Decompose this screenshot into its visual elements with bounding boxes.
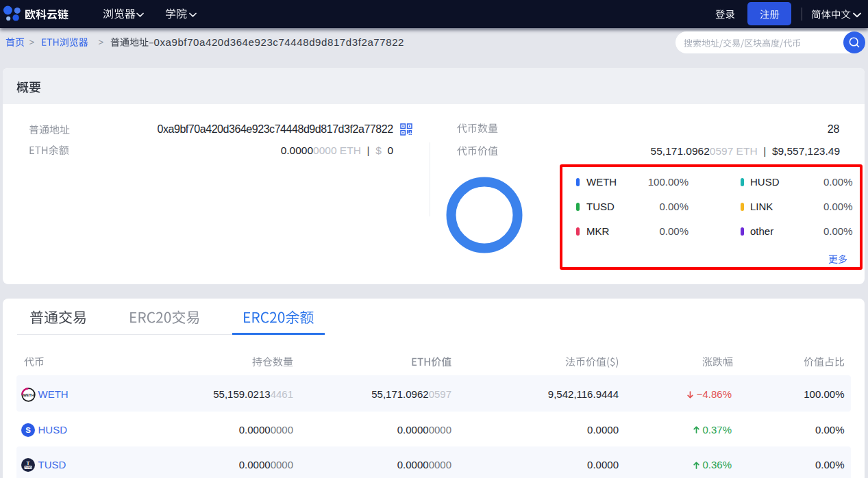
svg-text:WETH: WETH	[23, 392, 34, 397]
svg-text:TUSD: TUSD	[25, 466, 32, 469]
svg-text:S: S	[25, 426, 31, 434]
svg-text:T: T	[27, 460, 30, 466]
